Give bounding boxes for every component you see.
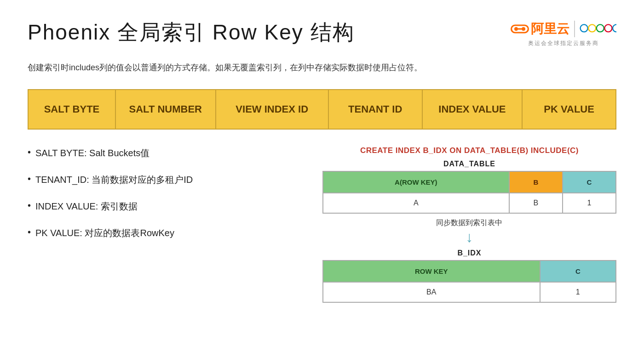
data-table-header-b: B xyxy=(509,171,563,193)
bullet-text-3: INDEX VALUE: 索引数据 xyxy=(35,199,138,213)
data-table-cell-a0: A xyxy=(323,193,509,213)
create-index-sql: CREATE INDEX B_IDX ON DATA_TABLE(B) INCL… xyxy=(322,146,616,155)
rk-cell-salt-byte: SALT BYTE xyxy=(29,90,116,129)
b-idx-label: B_IDX xyxy=(322,249,616,257)
rk-cell-salt-number: SALT NUMBER xyxy=(116,90,216,129)
logo-top: 阿里云 xyxy=(511,20,616,38)
header: Phoenix 全局索引 Row Key 结构 阿里云 xyxy=(28,18,616,47)
data-table-header-c: C xyxy=(563,171,616,193)
bullet-item-4: • PK VALUE: 对应的数据表RowKey xyxy=(28,226,295,240)
data-table-header-a: A(ROW KEY) xyxy=(323,171,509,193)
bullet-item-1: • SALT BYTE: Salt Buckets值 xyxy=(28,146,295,160)
bullet-dot-4: • xyxy=(28,227,31,238)
main-page: Phoenix 全局索引 Row Key 结构 阿里云 xyxy=(0,0,644,362)
data-table-cell-c0: 1 xyxy=(563,193,616,213)
main-content: • SALT BYTE: Salt Buckets值 • TENANT_ID: … xyxy=(28,146,616,303)
rk-cell-tenant-id: TENANT ID xyxy=(329,90,423,129)
aliyun-brand-text: 阿里云 xyxy=(531,20,569,38)
bidx-header-rowkey: ROW KEY xyxy=(323,260,540,282)
bidx-row-0: BA 1 xyxy=(323,282,616,302)
bidx-cell-c0: 1 xyxy=(540,282,616,302)
olympic-rings-icon xyxy=(580,22,616,36)
bullet-item-2: • TENANT_ID: 当前数据对应的多租户ID xyxy=(28,173,295,187)
data-table-cell-b0: B xyxy=(509,193,563,213)
bullet-dot-1: • xyxy=(28,147,31,158)
bullet-text-2: TENANT_ID: 当前数据对应的多租户ID xyxy=(35,173,193,187)
rk-cell-index-value: INDEX VALUE xyxy=(423,90,523,129)
aliyun-logo: 阿里云 xyxy=(511,20,569,38)
svg-point-6 xyxy=(597,24,604,32)
bullet-text-1: SALT BYTE: Salt Buckets值 xyxy=(35,146,150,160)
bullet-item-3: • INDEX VALUE: 索引数据 xyxy=(28,199,295,213)
svg-rect-2 xyxy=(522,27,525,31)
rk-cell-view-index-id: VIEW INDEX ID xyxy=(216,90,329,129)
svg-point-5 xyxy=(588,24,596,32)
svg-point-4 xyxy=(581,24,588,32)
data-table-row-0: A B 1 xyxy=(323,193,616,213)
bullet-dot-2: • xyxy=(28,174,31,184)
svg-rect-1 xyxy=(514,27,518,31)
rk-cell-pk-value: PK VALUE xyxy=(523,90,615,129)
bidx-header-c: C xyxy=(540,260,616,282)
bullet-dot-3: • xyxy=(28,200,31,211)
svg-point-7 xyxy=(604,24,612,32)
right-panel: CREATE INDEX B_IDX ON DATA_TABLE(B) INCL… xyxy=(322,146,616,303)
b-idx-table: ROW KEY C BA 1 xyxy=(322,260,616,303)
rowkey-table: SALT BYTE SALT NUMBER VIEW INDEX ID TENA… xyxy=(28,89,616,130)
logo-divider xyxy=(574,21,575,37)
aliyun-icon xyxy=(511,22,529,36)
sync-arrow-area: 同步数据到索引表中 ↓ xyxy=(322,218,616,244)
bullet-text-4: PK VALUE: 对应的数据表RowKey xyxy=(35,226,174,240)
logo-area: 阿里云 奥运会全球指定云服务商 xyxy=(511,18,616,47)
sync-text: 同步数据到索引表中 xyxy=(436,218,502,228)
data-table: A(ROW KEY) B C A B 1 xyxy=(322,171,616,214)
svg-point-8 xyxy=(613,24,616,32)
bidx-cell-rowkey0: BA xyxy=(323,282,540,302)
description-text: 创建索引时includes列的值会以普通列的方式存储。如果无覆盖索引列，在列中存… xyxy=(28,61,616,74)
bullets-section: • SALT BYTE: Salt Buckets值 • TENANT_ID: … xyxy=(28,146,295,253)
data-table-label: DATA_TABLE xyxy=(322,160,616,168)
page-title: Phoenix 全局索引 Row Key 结构 xyxy=(28,18,355,47)
logo-subtitle: 奥运会全球指定云服务商 xyxy=(528,40,599,47)
arrow-down-icon: ↓ xyxy=(466,230,473,244)
